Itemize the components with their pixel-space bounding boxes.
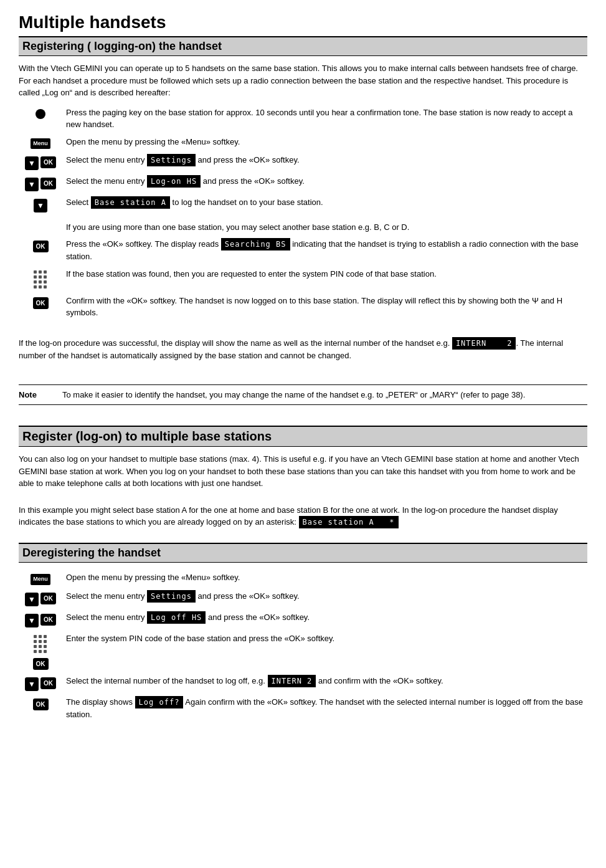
section1-steps: Press the paging key on the base station… [19,104,587,322]
step-row: OK The display shows Log off? Again conf… [19,694,587,723]
step-row: Menu Open the menu by pressing the «Menu… [19,133,587,152]
step-text: Press the «OK» softkey. The display read… [62,236,587,265]
step-text: Confirm with the «OK» softkey. The hands… [62,292,587,322]
step-row: ▼OK Select the menu entry Log off HS and… [19,609,587,630]
step-row: ▼OK Select the menu entry Log-on HS and … [19,173,587,194]
note-box: Note To make it easier to identify the h… [19,384,587,405]
down-icon: ▼ [22,196,59,212]
step-text: Open the menu by pressing the «Menu» sof… [62,569,587,588]
step-row: OK Enter the system PIN code of the base… [19,630,587,672]
step-row: ▼OK Select the menu entry Settings and p… [19,588,587,609]
step-row: ▼OK Select the internal number of the ha… [19,672,587,694]
step-text: Select the menu entry Settings and press… [62,588,587,609]
step-text: Select the menu entry Log off HS and pre… [62,609,587,630]
step-row: OK Confirm with the «OK» softkey. The ha… [19,292,587,322]
step-text: The display shows Log off? Again confirm… [62,694,587,723]
ok-icon: OK [22,238,59,252]
note-label: Note [19,390,50,399]
step-row: ▼OK Select the menu entry Settings and p… [19,151,587,173]
bullet-icon [22,107,59,119]
down-ok-icon: ▼OK [22,611,59,627]
step-text: Select Base station A to log the handset… [62,194,587,236]
ok-icon: OK [22,295,59,309]
down-ok-icon: ▼OK [22,154,59,170]
ok-icon: OK [22,696,59,710]
keypad-ok-icon: OK [22,632,59,670]
section1-intro: With the Vtech GEMINI you can operate up… [19,62,587,99]
step-row: OK Press the «OK» softkey. The display r… [19,236,587,265]
step-row: Press the paging key on the base station… [19,104,587,133]
step-row: ▼ Select Base station A to log the hands… [19,194,587,236]
section3-steps: Menu Open the menu by pressing the «Menu… [19,569,587,723]
section3-heading: Deregistering the handset [19,543,587,563]
section2-para2: In this example you might select base st… [19,504,587,529]
section2-para1: You can also log on your handset to mult… [19,453,587,490]
section1-heading: Registering ( logging-on) the handset [19,36,587,56]
menu-icon: Menu [22,571,59,585]
note-text: To make it easier to identify the handse… [62,390,525,399]
menu-icon: Menu [22,136,59,150]
step-text: Press the paging key on the base station… [62,104,587,133]
step-text: Select the internal number of the handse… [62,672,587,694]
step-text: Select the menu entry Log-on HS and pres… [62,173,587,194]
keypad-icon [22,268,59,290]
section1-success: If the log-on procedure was successful, … [19,337,587,362]
step-text: Select the menu entry Settings and press… [62,151,587,173]
down-ok-icon: ▼OK [22,175,59,191]
page-title: Multiple handsets [19,12,587,32]
step-text: Enter the system PIN code of the base st… [62,630,587,672]
section2-heading: Register (log-on) to multiple base stati… [19,426,587,447]
down-ok-icon: ▼OK [22,590,59,606]
step-text: Open the menu by pressing the «Menu» sof… [62,133,587,152]
down-ok-icon: ▼OK [22,675,59,691]
step-row: Menu Open the menu by pressing the «Menu… [19,569,587,588]
step-row: If the base station was found, then you … [19,265,587,292]
step-text: If the base station was found, then you … [62,265,587,292]
